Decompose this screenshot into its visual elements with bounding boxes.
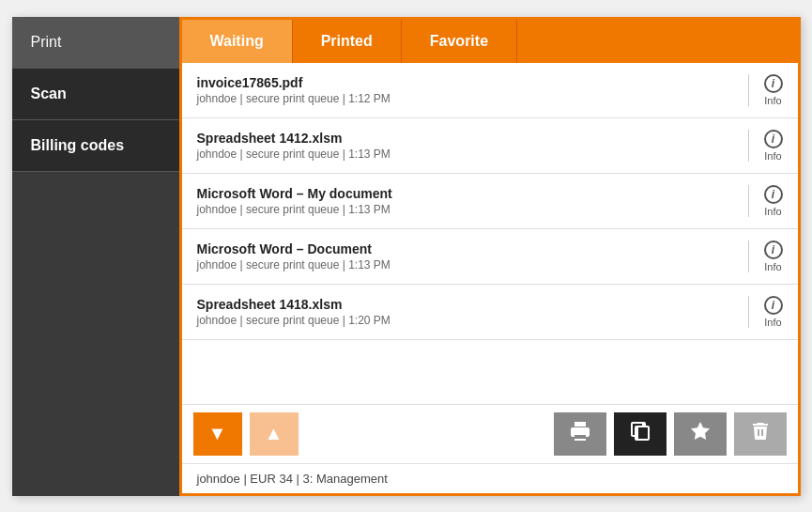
sidebar: Print Scan Billing codes — [12, 17, 179, 496]
favorite-button[interactable] — [674, 412, 727, 456]
file-list: invoice17865.pdf johndoe | secure print … — [182, 63, 798, 404]
info-label: Info — [764, 261, 781, 272]
file-name: Microsoft Word – Document — [197, 241, 741, 256]
status-text: johndoe | EUR 34 | 3: Management — [197, 472, 388, 486]
sidebar-label-print: Print — [31, 34, 62, 50]
tab-waiting[interactable]: Waiting — [182, 20, 293, 63]
file-meta: johndoe | secure print queue | 1:12 PM — [197, 92, 741, 105]
file-name: Spreadsheet 1418.xlsm — [197, 297, 741, 312]
sidebar-label-billing-codes: Billing codes — [31, 137, 125, 153]
scroll-down-button[interactable]: ▼ — [193, 412, 242, 456]
scroll-up-button[interactable]: ▲ — [250, 412, 299, 456]
status-bar: johndoe | EUR 34 | 3: Management — [182, 463, 798, 493]
info-icon: i — [764, 240, 783, 259]
file-name: Microsoft Word – My document — [197, 186, 741, 201]
trash-icon — [749, 420, 772, 447]
file-info: Microsoft Word – Document johndoe | secu… — [197, 241, 741, 272]
file-meta: johndoe | secure print queue | 1:20 PM — [197, 314, 741, 327]
file-info: invoice17865.pdf johndoe | secure print … — [197, 75, 741, 105]
list-item[interactable]: Microsoft Word – My document johndoe | s… — [182, 174, 798, 229]
file-meta: johndoe | secure print queue | 1:13 PM — [197, 203, 741, 216]
sidebar-item-billing-codes[interactable]: Billing codes — [12, 120, 179, 172]
tab-favorite[interactable]: Favorite — [402, 20, 517, 63]
info-button[interactable]: i Info — [748, 240, 783, 272]
print-icon — [569, 420, 591, 447]
file-info: Spreadsheet 1418.xlsm johndoe | secure p… — [197, 297, 741, 327]
info-button[interactable]: i Info — [748, 185, 783, 217]
sidebar-item-print[interactable]: Print — [12, 17, 179, 69]
file-meta: johndoe | secure print queue | 1:13 PM — [197, 147, 741, 161]
info-icon: i — [764, 185, 783, 204]
info-icon: i — [764, 74, 783, 93]
file-info: Microsoft Word – My document johndoe | s… — [197, 186, 741, 216]
star-icon — [689, 420, 712, 447]
sidebar-label-scan: Scan — [31, 85, 67, 101]
info-label: Info — [764, 95, 781, 106]
print-button[interactable] — [554, 412, 606, 456]
info-label: Info — [764, 317, 781, 328]
delete-button[interactable] — [734, 412, 787, 456]
info-label: Info — [764, 150, 781, 162]
copy-icon — [629, 420, 651, 447]
file-meta: johndoe | secure print queue | 1:13 PM — [197, 258, 741, 272]
sidebar-item-scan[interactable]: Scan — [12, 69, 179, 120]
main-panel: Waiting Printed Favorite invoice17865.pd… — [179, 17, 801, 496]
copy-button[interactable] — [614, 412, 666, 456]
list-item[interactable]: Spreadsheet 1418.xlsm johndoe | secure p… — [182, 285, 798, 340]
action-bar: ▼ ▲ — [182, 404, 798, 463]
list-item[interactable]: Microsoft Word – Document johndoe | secu… — [182, 229, 798, 285]
main-window: Print Scan Billing codes Waiting Printed… — [12, 17, 801, 496]
list-item[interactable]: Spreadsheet 1412.xlsm johndoe | secure p… — [182, 118, 798, 174]
file-name: Spreadsheet 1412.xlsm — [197, 131, 741, 146]
list-item[interactable]: invoice17865.pdf johndoe | secure print … — [182, 63, 798, 118]
tab-printed[interactable]: Printed — [293, 20, 402, 63]
info-button[interactable]: i Info — [748, 74, 783, 106]
chevron-up-icon: ▲ — [265, 423, 283, 444]
info-icon: i — [764, 130, 783, 148]
info-icon: i — [764, 296, 783, 315]
tab-bar: Waiting Printed Favorite — [182, 20, 798, 63]
info-label: Info — [764, 206, 781, 217]
file-name: invoice17865.pdf — [197, 75, 741, 90]
chevron-down-icon: ▼ — [208, 423, 227, 444]
info-button[interactable]: i Info — [748, 296, 783, 328]
info-button[interactable]: i Info — [748, 130, 783, 162]
file-info: Spreadsheet 1412.xlsm johndoe | secure p… — [197, 131, 741, 161]
